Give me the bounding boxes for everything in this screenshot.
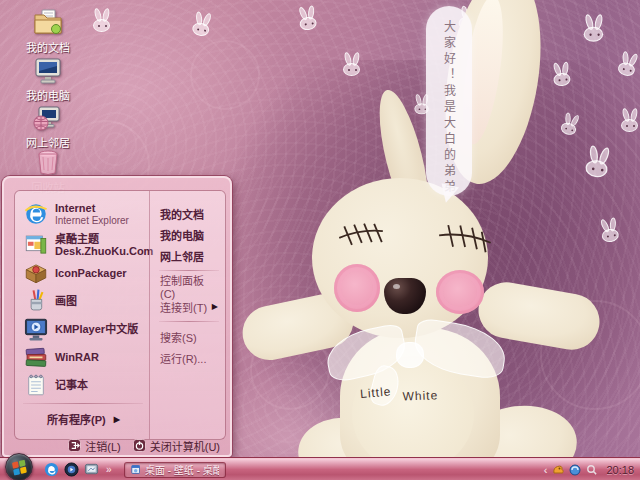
recycle-bin-icon (32, 146, 64, 178)
menu-item-internet[interactable]: Internet Internet Explorer (21, 197, 145, 231)
start-menu-places-column: 我的文档 我的电脑 网上邻居 控制面板(C) 连接到(T) ▶ 搜索(S) 运行… (149, 191, 225, 439)
desktop-icon-my-computer[interactable]: 我的电脑 (10, 54, 86, 104)
start-button[interactable] (5, 453, 33, 480)
bunny-name-first: Little (360, 384, 392, 401)
start-menu-footer: 注销(L) 关闭计算机(U) (4, 436, 230, 455)
system-tray: ‹ 20:18 (544, 464, 640, 476)
menu-item-title: WinRAR (55, 351, 99, 363)
quick-launch-ie-icon[interactable] (44, 462, 59, 477)
log-off-button[interactable]: 注销(L) (68, 438, 120, 454)
bunny-motif-icon (583, 144, 613, 181)
speech-bubble: 大家好！我是大白的弟弟 (426, 6, 472, 196)
bunny-eye-left-stitch (335, 218, 387, 250)
quick-launch-more-chevron-icon[interactable]: » (106, 464, 112, 475)
menu-item-winrar[interactable]: WinRAR (21, 343, 145, 371)
bunny-eye-right-stitch (434, 219, 495, 257)
all-programs-label: 所有程序(P) (47, 411, 106, 427)
menu-item-notepad[interactable]: 记事本 (21, 371, 145, 399)
menu-item-subtitle: Internet Explorer (55, 215, 129, 226)
menu-item-title: 桌酷主题Desk.ZhuoKu.Com (55, 233, 153, 257)
paint-cup-icon (23, 288, 49, 314)
bunny-motif-icon (551, 61, 574, 89)
menu-item-my-computer[interactable]: 我的电脑 (157, 224, 221, 245)
bunny-name-second: White (402, 388, 438, 403)
internet-explorer-icon (23, 201, 49, 227)
menu-item-my-documents[interactable]: 我的文档 (157, 203, 221, 224)
start-menu-programs-column: Internet Internet Explorer 桌酷主题Desk.Zhuo… (15, 191, 149, 439)
speech-bubble-text: 大家好！我是大白的弟弟 (441, 20, 458, 196)
bunny-cheek-left (334, 264, 380, 312)
menu-item-label: 连接到(T) (160, 299, 207, 315)
windows-flag-icon (12, 459, 28, 476)
menu-item-label: 控制面板(C) (160, 272, 218, 300)
bunny-cheek-right (436, 270, 484, 314)
menu-item-kmplayer[interactable]: KMPlayer中文版 (21, 315, 145, 343)
taskbar-clock: 20:18 (603, 464, 634, 476)
kmplayer-monitor-icon (23, 316, 49, 342)
menu-separator (159, 321, 219, 322)
menu-item-label: 我的文档 (160, 206, 204, 222)
quick-launch-show-desktop-icon[interactable] (84, 462, 99, 477)
tray-collapse-chevron-icon[interactable]: ‹ (544, 464, 548, 476)
menu-item-label: 搜索(S) (160, 329, 197, 345)
bunny-head (312, 178, 488, 338)
menu-item-network-places[interactable]: 网上邻居 (157, 245, 221, 266)
menu-item-title: IconPackager (55, 267, 127, 279)
zhuoku-theme-icon (23, 232, 49, 258)
network-places-icon (32, 101, 64, 133)
winrar-books-icon (23, 344, 49, 370)
start-menu: Internet Internet Explorer 桌酷主题Desk.Zhuo… (2, 176, 232, 457)
menu-item-title: 画图 (55, 295, 77, 307)
bunny-motif-icon (92, 8, 112, 34)
menu-item-zhuoku-theme[interactable]: 桌酷主题Desk.ZhuoKu.Com (21, 231, 145, 259)
my-documents-folder-icon (32, 6, 64, 38)
log-off-label: 注销(L) (85, 438, 120, 454)
bunny-motif-icon (342, 52, 362, 78)
taskbar-window-button[interactable]: 桌面 - 壁纸 - 桌酷... (124, 462, 226, 478)
bow-knot (396, 342, 424, 368)
bunny-motif-icon (296, 5, 319, 34)
menu-item-label: 运行(R)... (160, 350, 206, 366)
shutdown-power-icon (133, 439, 146, 452)
my-computer-monitor-icon (32, 54, 64, 86)
submenu-arrow-icon: ▶ (212, 302, 218, 311)
menu-item-search[interactable]: 搜索(S) (157, 326, 221, 347)
notepad-icon (23, 372, 49, 398)
menu-item-run[interactable]: 运行(R)... (157, 347, 221, 368)
menu-item-iconpackager[interactable]: IconPackager (21, 259, 145, 287)
menu-item-control-panel[interactable]: 控制面板(C) (157, 275, 221, 296)
turn-off-label: 关闭计算机(U) (150, 438, 220, 454)
desktop-icon-label: 我的文档 (26, 39, 70, 55)
submenu-arrow-icon: ▶ (114, 415, 120, 424)
tray-orange-app-icon[interactable] (552, 464, 564, 476)
swirl-ring (190, 40, 260, 110)
quick-launch-media-player-icon[interactable] (64, 462, 79, 477)
desktop-icon-network-places[interactable]: 网上邻居 (10, 101, 86, 151)
tray-blue-app-icon[interactable] (569, 464, 581, 476)
menu-item-title: 记事本 (55, 379, 88, 391)
start-menu-panel: Internet Internet Explorer 桌酷主题Desk.Zhuo… (14, 190, 226, 440)
tray-gray-app-icon[interactable] (586, 464, 598, 476)
bunny-motif-icon (583, 14, 606, 44)
window-button-icon (131, 464, 140, 475)
menu-item-label: 我的电脑 (160, 227, 204, 243)
menu-item-title: KMPlayer中文版 (55, 323, 138, 335)
menu-item-label: 网上邻居 (160, 248, 204, 264)
turn-off-computer-button[interactable]: 关闭计算机(U) (133, 438, 220, 454)
menu-separator (23, 403, 143, 404)
window-button-label: 桌面 - 壁纸 - 桌酷... (145, 462, 219, 477)
desktop-icon-my-documents[interactable]: 我的文档 (10, 6, 86, 56)
quick-launch-bar: » (44, 462, 112, 477)
menu-item-paint[interactable]: 画图 (21, 287, 145, 315)
taskbar: » 桌面 - 壁纸 - 桌酷... ‹ 20: (0, 458, 640, 480)
bunny-motif-icon (620, 108, 640, 134)
iconpackager-box-icon (23, 260, 49, 286)
bunny-motif-icon (598, 216, 622, 245)
all-programs-button[interactable]: 所有程序(P) ▶ (21, 408, 145, 430)
desktop-screen: Little White 大家好！我是大白的弟弟 我的文档 我的电脑 (0, 0, 640, 480)
menu-item-title: Internet (55, 202, 95, 214)
log-off-icon (68, 439, 81, 452)
